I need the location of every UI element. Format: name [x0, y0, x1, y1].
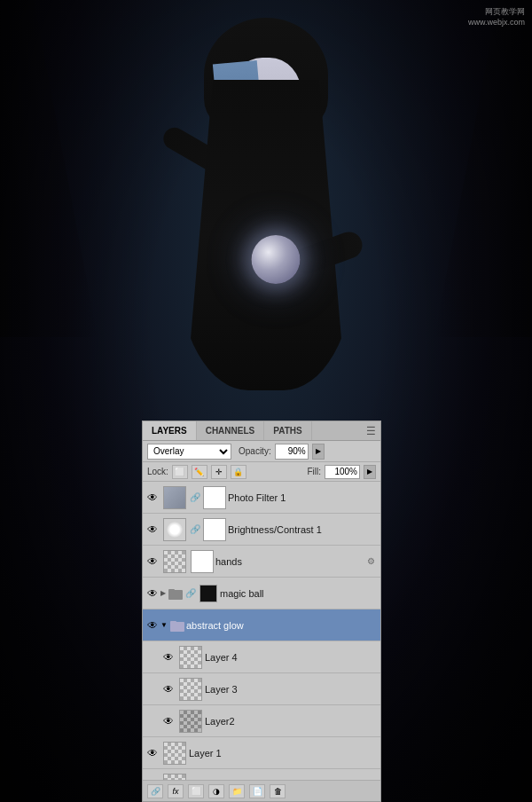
fill-value[interactable]: 100% [325, 465, 360, 479]
layer-thumbnail [179, 710, 202, 733]
layer-row[interactable]: 👁 🔗 Photo Filter 1 [143, 482, 380, 514]
watermark-line2: www.webjx.com [468, 18, 525, 28]
fill-arrow[interactable]: ▶ [364, 465, 376, 479]
chain-icon: 🔗 [190, 524, 200, 534]
layer-row[interactable]: 👁 Layer 1 [143, 737, 380, 769]
eye-icon[interactable]: 👁 [160, 649, 176, 665]
eye-icon[interactable]: 👁 [145, 617, 160, 633]
mask-btn[interactable]: ⬜ [188, 784, 204, 798]
layer-row[interactable]: 👁 hands ⚙ [143, 546, 380, 578]
layer-thumbnail [179, 678, 202, 701]
chain-icon: 🔗 [185, 588, 196, 598]
layer-thumbnail [163, 774, 186, 781]
layer-thumbnail [163, 742, 186, 765]
layers-panel: LAYERS CHANNELS PATHS ☰ Overlay Normal M… [142, 421, 381, 802]
blend-mode-select[interactable]: Overlay Normal Multiply Screen [147, 444, 231, 460]
opacity-value[interactable]: 90% [275, 444, 309, 460]
layer-thumbnail [163, 518, 186, 541]
layer-name: hands [215, 556, 367, 567]
new-layer-btn[interactable]: 📄 [249, 784, 265, 798]
layer-row[interactable]: 👁 ▼ abstract glow [143, 609, 380, 641]
tab-paths[interactable]: PATHS [264, 421, 311, 440]
layer-row[interactable]: 👁 Layer2 [143, 705, 380, 737]
tab-channels[interactable]: CHANNELS [197, 421, 265, 440]
delete-btn[interactable]: 🗑 [270, 784, 286, 798]
layer-name: Brightness/Contrast 1 [228, 524, 379, 535]
witch-figure [142, 18, 390, 390]
layer-mask-thumbnail [203, 518, 226, 541]
eye-icon[interactable]: 👁 [145, 554, 160, 570]
layer-thumbnail [200, 585, 217, 602]
lock-fill-row: Lock: ⬜ ✏️ ✛ 🔒 Fill: 100% ▶ [143, 462, 380, 482]
layer-name: Layer 1 [189, 748, 379, 759]
panel-footer: 🔗 fx ⬜ ◑ 📁 📄 🗑 [143, 780, 380, 801]
link-layers-btn[interactable]: 🔗 [147, 784, 163, 798]
layer-name: Layer 3 [205, 684, 379, 695]
tree-right [434, 0, 532, 337]
folder-icon [168, 587, 183, 600]
blend-opacity-row: Overlay Normal Multiply Screen Opacity: … [143, 441, 380, 462]
adjustment-btn[interactable]: ◑ [208, 784, 224, 798]
svg-rect-3 [170, 621, 176, 624]
layer-name: Layer2 [205, 716, 379, 727]
folder-icon [170, 619, 184, 632]
expand-icon[interactable]: ▼ [160, 621, 168, 629]
layers-list: 👁 🔗 Photo Filter 1 👁 🔗 Brightness/Contra… [143, 482, 380, 780]
layer-name: magic ball [220, 588, 379, 599]
new-group-btn[interactable]: 📁 [229, 784, 245, 798]
eye-icon[interactable]: 👁 [145, 522, 160, 538]
eye-icon[interactable]: 👁 [160, 713, 176, 729]
layer-thumbnail [163, 550, 186, 573]
tab-layers[interactable]: LAYERS [143, 421, 197, 440]
lock-transparent-btn[interactable]: ⬜ [172, 465, 188, 479]
opacity-arrow[interactable]: ▶ [312, 444, 325, 460]
panel-menu-icon[interactable]: ☰ [366, 425, 376, 437]
layer-name: abstract glow [186, 620, 379, 631]
layer-mask-thumbnail [203, 486, 226, 509]
lock-label: Lock: [147, 467, 168, 476]
fill-label: Fill: [307, 467, 321, 476]
layer-thumbnail [163, 486, 186, 509]
expand-icon[interactable]: ▶ [160, 589, 166, 597]
layer-name: Layer 4 [205, 652, 379, 663]
tree-left [0, 0, 98, 337]
chain-icon: 🔗 [190, 492, 200, 502]
fx-btn[interactable]: fx [168, 784, 184, 798]
layer-row[interactable]: 👁 Layer 4 [143, 641, 380, 673]
panel-tabs: LAYERS CHANNELS PATHS ☰ [143, 421, 380, 441]
eye-icon[interactable]: 👁 [145, 777, 160, 781]
layer-mask-thumbnail [191, 550, 214, 573]
lock-position-btn[interactable]: ✛ [211, 465, 227, 479]
eye-icon[interactable]: 👁 [145, 490, 160, 506]
svg-rect-1 [168, 589, 175, 592]
layer-row[interactable]: 👁 galaxy [143, 769, 380, 780]
layer-options-icon[interactable]: ⚙ [367, 556, 375, 566]
watermark: 网页教学网 www.webjx.com [468, 7, 525, 28]
watermark-line1: 网页教学网 [468, 7, 525, 18]
layer-thumbnail [179, 646, 202, 669]
layer-row[interactable]: 👁 Layer 3 [143, 673, 380, 705]
layer-name: galaxy [189, 780, 379, 781]
eye-icon[interactable]: 👁 [145, 745, 160, 761]
lock-image-btn[interactable]: ✏️ [192, 465, 207, 479]
layer-row[interactable]: 👁 🔗 Brightness/Contrast 1 [143, 514, 380, 546]
eye-icon[interactable]: 👁 [145, 586, 160, 602]
eye-icon[interactable]: 👁 [160, 681, 176, 697]
witch-cloak [177, 80, 355, 390]
layer-row[interactable]: 👁 ▶ 🔗 magic ball [143, 578, 380, 609]
layer-name: Photo Filter 1 [228, 492, 379, 503]
magic-ball [252, 235, 301, 284]
opacity-label: Opacity: [239, 446, 271, 456]
lock-all-btn[interactable]: 🔒 [231, 465, 246, 479]
